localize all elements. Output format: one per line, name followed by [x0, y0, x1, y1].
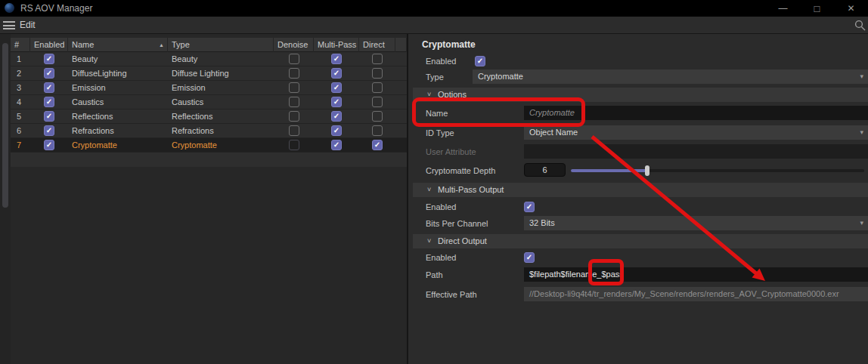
enabled-checkbox[interactable] [44, 54, 54, 64]
table-row-reflections[interactable]: 5 Reflections Reflections [11, 110, 407, 124]
caret-down-icon: ▾ [860, 125, 863, 140]
row-number: 2 [11, 69, 30, 78]
cryptomatte-inspector-panel: Cryptomatte Enabled Type Cryptomatte▾ ˅ … [408, 34, 868, 364]
depth-value-field[interactable]: 6 [524, 163, 566, 177]
enabled-checkbox[interactable] [44, 97, 54, 107]
row-number: 3 [11, 83, 30, 92]
enabled-label: Enabled [426, 199, 456, 214]
multipass-checkbox[interactable] [331, 97, 342, 107]
sort-ascending-icon: ▲ [159, 38, 164, 52]
table-row-diffuselighting[interactable]: 2 DiffuseLighting Diffuse Lighting [11, 66, 407, 81]
direct-checkbox[interactable] [372, 82, 383, 93]
aov-type: Diffuse Lighting [168, 69, 274, 78]
hamburger-menu-icon[interactable] [3, 21, 15, 29]
col-header-type[interactable]: Type [168, 38, 274, 52]
denoise-checkbox[interactable] [289, 68, 299, 79]
window-titlebar: RS AOV Manager — □ ✕ [0, 0, 868, 17]
name-input[interactable]: Cryptomatte [524, 106, 868, 120]
col-header-name[interactable]: Name▲ [68, 38, 168, 52]
denoise-checkbox[interactable] [289, 97, 299, 107]
name-row: Name Cryptomatte [408, 106, 868, 121]
direct-checkbox[interactable] [372, 125, 383, 136]
multipass-output-section-header[interactable]: ˅ Multi-Pass Output [413, 183, 868, 197]
id-type-dropdown[interactable]: Object Name▾ [524, 125, 868, 140]
col-header-filler [395, 38, 407, 52]
depth-slider[interactable] [571, 169, 864, 172]
bits-per-channel-row: Bits Per Channel 32 Bits▾ [408, 216, 868, 231]
denoise-checkbox[interactable] [289, 82, 299, 93]
col-header-num[interactable]: # [11, 38, 30, 52]
path-input[interactable]: $filepath$filename_$pass [524, 267, 868, 282]
enabled-checkbox[interactable] [44, 125, 54, 136]
direct-checkbox[interactable] [372, 111, 383, 122]
options-section-header[interactable]: ˅ Options [413, 88, 868, 102]
menu-edit[interactable]: Edit [20, 17, 36, 33]
aov-name: Refractions [68, 126, 168, 135]
maximize-button[interactable]: □ [800, 0, 834, 17]
col-header-denoise[interactable]: Denoise [274, 38, 314, 52]
multipass-checkbox[interactable] [331, 82, 342, 93]
direct-checkbox[interactable] [372, 68, 383, 79]
direct-enabled-checkbox[interactable] [524, 252, 535, 263]
row-number: 1 [11, 54, 30, 63]
name-label: Name [426, 106, 448, 121]
caret-down-icon: ▾ [860, 216, 863, 230]
row-number: 5 [11, 112, 30, 121]
direct-enabled-row: Enabled [408, 250, 868, 265]
enabled-checkbox[interactable] [44, 111, 54, 122]
direct-checkbox[interactable] [372, 54, 383, 64]
enabled-checkbox[interactable] [44, 68, 54, 79]
multipass-checkbox[interactable] [331, 111, 342, 122]
multipass-checkbox[interactable] [331, 140, 342, 150]
id-type-row: ID Type Object Name▾ [408, 125, 868, 140]
close-button[interactable]: ✕ [834, 0, 868, 17]
scrollbar-thumb[interactable] [2, 43, 8, 208]
multipass-checkbox[interactable] [331, 125, 342, 136]
multipass-checkbox[interactable] [331, 68, 342, 79]
minimize-button[interactable]: — [766, 0, 800, 17]
aov-type: Refractions [168, 126, 274, 135]
denoise-checkbox[interactable] [289, 140, 299, 150]
denoise-checkbox[interactable] [289, 111, 299, 122]
enabled-checkbox[interactable] [475, 56, 485, 66]
search-icon[interactable] [854, 20, 866, 31]
direct-checkbox[interactable] [372, 140, 383, 150]
aov-type: Caustics [168, 97, 274, 106]
table-row-beauty[interactable]: 1 Beauty Beauty [11, 52, 407, 66]
chevron-down-icon: ˅ [427, 183, 431, 197]
table-row-emission[interactable]: 3 Emission Emission [11, 81, 407, 95]
table-header-row: # Enabled Name▲ Type Denoise Multi-Pass … [11, 38, 407, 52]
multipass-enabled-row: Enabled [408, 199, 868, 214]
enabled-label: Enabled [426, 54, 456, 69]
direct-checkbox[interactable] [372, 97, 383, 107]
aov-type: Cryptomatte [168, 140, 274, 150]
col-header-enabled[interactable]: Enabled [30, 38, 68, 52]
denoise-checkbox[interactable] [289, 125, 299, 136]
col-header-direct[interactable]: Direct [359, 38, 395, 52]
chevron-down-icon: ˅ [427, 234, 431, 248]
bits-per-channel-dropdown[interactable]: 32 Bits▾ [524, 216, 868, 230]
direct-output-section-header[interactable]: ˅ Direct Output [413, 234, 868, 248]
type-label: Type [426, 69, 444, 85]
slider-handle[interactable] [645, 165, 649, 176]
table-row-caustics[interactable]: 4 Caustics Caustics [11, 95, 407, 110]
col-header-multipass[interactable]: Multi-Pass [314, 38, 359, 52]
bits-per-channel-label: Bits Per Channel [426, 216, 488, 231]
enabled-checkbox[interactable] [44, 82, 54, 93]
path-row: Path $filepath$filename_$pass [408, 267, 868, 282]
enabled-checkbox[interactable] [44, 140, 54, 150]
multipass-checkbox[interactable] [331, 54, 342, 64]
path-label: Path [426, 267, 443, 282]
type-dropdown[interactable]: Cryptomatte▾ [473, 69, 868, 84]
aov-name: Beauty [68, 54, 168, 63]
enabled-row: Enabled [408, 54, 868, 69]
vertical-scrollbar[interactable] [0, 34, 11, 364]
effective-path-label: Effective Path [426, 287, 477, 302]
aov-list-panel: # Enabled Name▲ Type Denoise Multi-Pass … [0, 34, 407, 364]
denoise-checkbox[interactable] [289, 54, 299, 64]
aov-type: Beauty [168, 54, 274, 63]
multipass-enabled-checkbox[interactable] [524, 202, 535, 212]
aov-manager-window: RS AOV Manager — □ ✕ Edit # Enabled Name… [0, 0, 868, 364]
table-row-refractions[interactable]: 6 Refractions Refractions [11, 124, 407, 138]
table-row-cryptomatte[interactable]: 7 Cryptomatte Cryptomatte [11, 138, 407, 153]
